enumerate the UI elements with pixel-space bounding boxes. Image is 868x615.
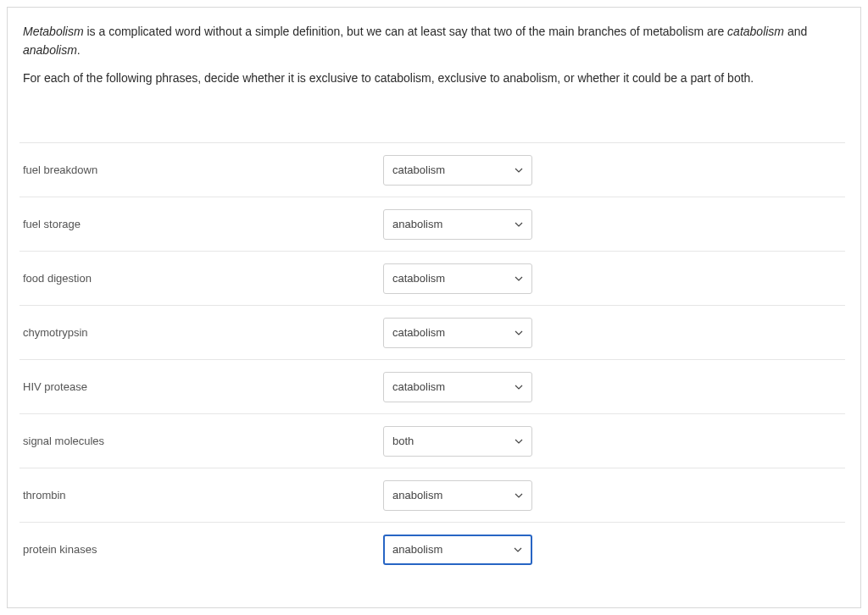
phrase-label: HIV protease xyxy=(23,380,383,393)
chevron-down-icon xyxy=(514,547,522,552)
table-row: chymotrypsincatabolism xyxy=(19,305,845,359)
answer-select-value: catabolism xyxy=(392,272,445,285)
italic-term: catabolism xyxy=(727,25,784,38)
chevron-down-icon xyxy=(515,222,523,227)
answer-select[interactable]: anabolism xyxy=(383,209,532,240)
intro-text: and xyxy=(784,25,807,38)
intro-text: is a complicated word without a simple d… xyxy=(84,25,728,38)
answer-select-value: anabolism xyxy=(392,218,442,230)
question-content: Metabolism is a complicated word without… xyxy=(8,8,860,593)
phrase-label: fuel breakdown xyxy=(23,163,383,176)
answer-select[interactable]: catabolism xyxy=(383,318,532,348)
answer-control: catabolism xyxy=(383,263,532,294)
table-row: HIV proteasecatabolism xyxy=(19,359,845,413)
answer-control: catabolism xyxy=(383,372,532,402)
answer-select-value: catabolism xyxy=(392,326,445,339)
answer-control: anabolism xyxy=(383,209,532,240)
phrase-label: thrombin xyxy=(23,489,383,501)
answer-select-value: anabolism xyxy=(392,543,442,556)
phrase-label: protein kinases xyxy=(23,543,383,556)
table-row: protein kinasesanabolism xyxy=(19,522,845,576)
table-row: thrombinanabolism xyxy=(19,468,845,522)
chevron-down-icon xyxy=(515,439,523,444)
answer-control: both xyxy=(383,426,532,457)
table-row: signal moleculesboth xyxy=(19,413,845,468)
italic-term: Metabolism xyxy=(23,25,84,38)
answer-select-value: anabolism xyxy=(392,489,442,501)
chevron-down-icon xyxy=(515,385,523,390)
phrase-label: fuel storage xyxy=(23,218,383,230)
answer-select[interactable]: both xyxy=(383,426,532,457)
table-row: fuel breakdowncatabolism xyxy=(19,142,845,197)
answer-control: catabolism xyxy=(383,155,532,186)
phrase-label: signal molecules xyxy=(23,435,383,447)
answer-select-value: catabolism xyxy=(392,380,445,393)
table-row: fuel storageanabolism xyxy=(19,197,845,251)
phrase-rows: fuel breakdowncatabolismfuel storageanab… xyxy=(19,142,845,576)
question-container: Metabolism is a complicated word without… xyxy=(7,7,861,608)
instruction-paragraph: For each of the following phrases, decid… xyxy=(23,69,845,88)
chevron-down-icon xyxy=(515,276,523,281)
answer-control: anabolism xyxy=(383,480,532,511)
answer-select-value: catabolism xyxy=(392,163,445,176)
answer-control: anabolism xyxy=(383,535,532,565)
table-row: food digestioncatabolism xyxy=(19,251,845,305)
answer-select[interactable]: catabolism xyxy=(383,263,532,294)
answer-select[interactable]: anabolism xyxy=(383,535,532,565)
intro-paragraph: Metabolism is a complicated word without… xyxy=(23,23,845,59)
answer-select[interactable]: catabolism xyxy=(383,155,532,186)
intro-text: . xyxy=(77,43,81,57)
chevron-down-icon xyxy=(515,168,523,173)
answer-select[interactable]: catabolism xyxy=(383,372,532,402)
italic-term: anabolism xyxy=(23,43,77,57)
answer-control: catabolism xyxy=(383,318,532,348)
phrase-label: chymotrypsin xyxy=(23,326,383,339)
chevron-down-icon xyxy=(515,330,523,335)
phrase-label: food digestion xyxy=(23,272,383,285)
answer-select[interactable]: anabolism xyxy=(383,480,532,511)
answer-select-value: both xyxy=(392,435,414,447)
chevron-down-icon xyxy=(515,493,523,498)
